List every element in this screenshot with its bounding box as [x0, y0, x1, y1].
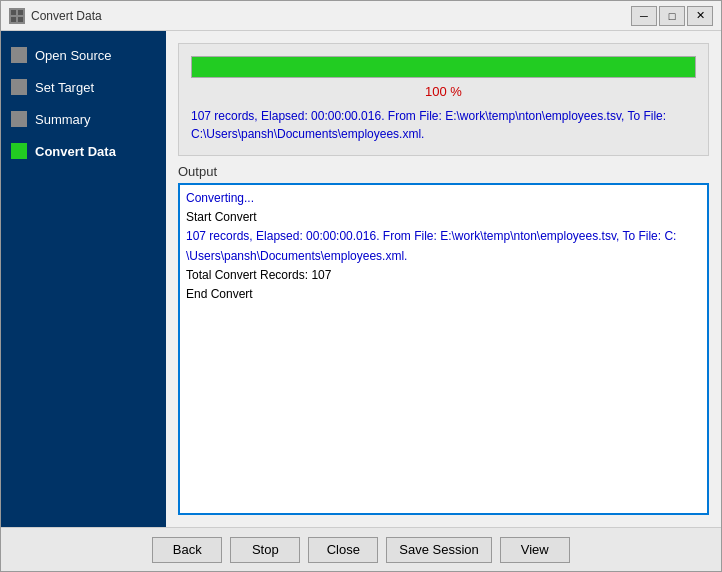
window-title: Convert Data: [31, 9, 102, 23]
summary-icon: [11, 111, 27, 127]
progress-area: 100 % 107 records, Elapsed: 00:00:00.016…: [178, 43, 709, 156]
close-button[interactable]: ✕: [687, 6, 713, 26]
progress-bar-fill: [192, 57, 695, 77]
sidebar-label-set-target: Set Target: [35, 80, 94, 95]
svg-rect-3: [18, 17, 23, 22]
output-line: Converting...: [186, 189, 701, 208]
stop-button[interactable]: Stop: [230, 537, 300, 563]
progress-percent: 100 %: [191, 84, 696, 99]
sidebar-label-open-source: Open Source: [35, 48, 112, 63]
sidebar-item-open-source[interactable]: Open Source: [1, 41, 166, 69]
app-icon: [9, 8, 25, 24]
close-button-bottom[interactable]: Close: [308, 537, 378, 563]
output-line: \Users\pansh\Documents\employees.xml.: [186, 247, 701, 266]
sidebar-label-summary: Summary: [35, 112, 91, 127]
sidebar: Open Source Set Target Summary Convert D…: [1, 31, 166, 527]
progress-info: 107 records, Elapsed: 00:00:00.016. From…: [191, 107, 696, 143]
output-line: Total Convert Records: 107: [186, 266, 701, 285]
svg-rect-2: [11, 17, 16, 22]
output-line: End Convert: [186, 285, 701, 304]
sidebar-item-set-target[interactable]: Set Target: [1, 73, 166, 101]
sidebar-item-summary[interactable]: Summary: [1, 105, 166, 133]
open-source-icon: [11, 47, 27, 63]
output-section: Output Converting...Start Convert107 rec…: [178, 164, 709, 515]
back-button[interactable]: Back: [152, 537, 222, 563]
sidebar-item-convert-data[interactable]: Convert Data: [1, 137, 166, 165]
progress-bar-container: [191, 56, 696, 78]
sidebar-label-convert-data: Convert Data: [35, 144, 116, 159]
save-session-button[interactable]: Save Session: [386, 537, 492, 563]
view-button[interactable]: View: [500, 537, 570, 563]
svg-rect-0: [11, 10, 16, 15]
bottom-bar: Back Stop Close Save Session View: [1, 527, 721, 571]
svg-rect-1: [18, 10, 23, 15]
right-panel: 100 % 107 records, Elapsed: 00:00:00.016…: [166, 31, 721, 527]
output-line: Start Convert: [186, 208, 701, 227]
title-bar: Convert Data ─ □ ✕: [1, 1, 721, 31]
set-target-icon: [11, 79, 27, 95]
progress-info-line1: 107 records, Elapsed: 00:00:00.016. From…: [191, 109, 666, 123]
maximize-button[interactable]: □: [659, 6, 685, 26]
window-controls: ─ □ ✕: [631, 6, 713, 26]
title-bar-left: Convert Data: [9, 8, 102, 24]
progress-info-line2: C:\Users\pansh\Documents\employees.xml.: [191, 127, 424, 141]
output-line: 107 records, Elapsed: 00:00:00.016. From…: [186, 227, 701, 246]
convert-data-icon: [11, 143, 27, 159]
output-label: Output: [178, 164, 709, 179]
minimize-button[interactable]: ─: [631, 6, 657, 26]
output-box[interactable]: Converting...Start Convert107 records, E…: [178, 183, 709, 515]
window: Convert Data ─ □ ✕ Open Source Set Targe…: [0, 0, 722, 572]
main-content: Open Source Set Target Summary Convert D…: [1, 31, 721, 527]
